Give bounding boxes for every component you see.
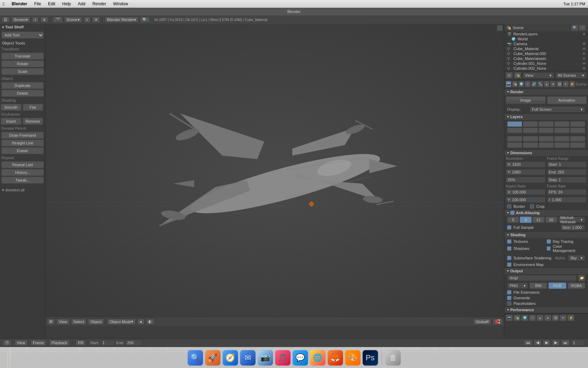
mode-selector[interactable]: Object Mode ▾: [107, 319, 136, 325]
render-section-header[interactable]: Render: [504, 89, 588, 95]
prev-frame-btn[interactable]: ◀: [534, 340, 541, 346]
full-sample-check[interactable]: [507, 225, 511, 230]
flat-btn[interactable]: Flat: [23, 104, 43, 111]
duplicate-btn[interactable]: Duplicate: [1, 82, 44, 89]
start-frame-field[interactable]: 1: [101, 340, 115, 346]
rotate-btn[interactable]: Rotate: [1, 60, 44, 67]
search-btn[interactable]: 🔍: [140, 16, 150, 23]
res-y-field[interactable]: Y: 1080: [506, 169, 546, 175]
next-frame-btn[interactable]: ▶: [552, 340, 560, 346]
del-scene-btn[interactable]: ✕: [92, 16, 100, 23]
prop-icon-1[interactable]: 📷: [506, 315, 513, 321]
res-x-field[interactable]: X: 1920: [506, 161, 546, 168]
outliner-item-cyl001[interactable]: ▽ Cylinder.001_None 👁: [504, 61, 588, 66]
end-frame-field[interactable]: 250: [125, 340, 143, 346]
del-screen-btn[interactable]: ✕: [40, 16, 48, 23]
layer-13[interactable]: [539, 136, 554, 142]
data-props-btn[interactable]: ▲: [544, 81, 550, 87]
timeline-editor-btn[interactable]: ⏱: [3, 340, 12, 346]
layer-4[interactable]: [554, 121, 569, 127]
dock-finder[interactable]: 🔍: [188, 350, 203, 366]
border-check[interactable]: [507, 204, 511, 209]
layer-15[interactable]: [570, 136, 585, 142]
anti-aliasing-header[interactable]: Anti-Aliasing: [504, 210, 588, 216]
modifier-props-btn[interactable]: 🔧: [538, 81, 543, 87]
aa-size-field[interactable]: Size: 1.000: [561, 224, 585, 231]
layer-5[interactable]: [570, 121, 585, 127]
outliner-filter-btn[interactable]: 🔍: [571, 25, 578, 31]
shadows-check[interactable]: [507, 246, 511, 251]
layer-8[interactable]: [539, 128, 554, 133]
placeholders-check[interactable]: [507, 301, 511, 306]
outliner-item-cyl002[interactable]: ▽ Cylinder.002_None 👁: [504, 66, 588, 71]
straight-line-btn[interactable]: Straight Line: [1, 139, 44, 146]
viewport-shading-btn[interactable]: ●: [137, 319, 145, 325]
dock-chrome[interactable]: 🌐: [310, 350, 326, 366]
prop-icon-6[interactable]: ●: [544, 315, 551, 321]
timeline-frame-btn[interactable]: Frame: [30, 340, 47, 346]
insert-btn[interactable]: Insert: [1, 118, 21, 125]
dock-blender[interactable]: 🎨: [345, 350, 360, 366]
aa-filter-field[interactable]: Mitchell-Netravali ▾: [558, 217, 585, 223]
texture-props-btn[interactable]: 🖼: [556, 81, 562, 87]
rgb-btn[interactable]: RGB: [548, 282, 566, 289]
layer-6[interactable]: [507, 128, 522, 133]
jump-start-btn[interactable]: ⏮: [524, 340, 532, 346]
output-header[interactable]: Output: [504, 268, 588, 274]
dock-iphoto[interactable]: 📷: [258, 350, 273, 366]
dock-skype[interactable]: 💬: [293, 350, 308, 366]
overwrite-check[interactable]: [507, 296, 511, 300]
add-scene-btn[interactable]: +: [84, 16, 91, 23]
scene-icon-btn[interactable]: 🎬: [53, 16, 63, 23]
dock-mail[interactable]: ✉: [240, 350, 255, 366]
viewport-shading2-btn[interactable]: ◐: [146, 319, 154, 325]
cube-mat000-visibility[interactable]: 👁: [582, 52, 586, 56]
ar-y-field[interactable]: Y: 100.000: [506, 197, 546, 203]
layer-16[interactable]: [507, 142, 522, 148]
display-field[interactable]: Full Screen ▾: [530, 106, 585, 113]
cyl002-visibility[interactable]: 👁: [582, 67, 586, 70]
shading-header[interactable]: Shading: [504, 232, 588, 238]
output-path-field[interactable]: /tmp/: [507, 275, 577, 281]
cyl001-visibility[interactable]: 👁: [582, 62, 586, 66]
cube-mat-visibility[interactable]: 👁: [582, 47, 586, 51]
performance-header[interactable]: Performance: [504, 307, 588, 313]
add-menu[interactable]: Add: [77, 1, 87, 6]
ray-tracing-check[interactable]: [547, 239, 551, 244]
end-field[interactable]: End: 250: [547, 169, 587, 175]
dock-launchpad[interactable]: 🚀: [205, 350, 220, 366]
step-field[interactable]: Step: 1: [547, 177, 587, 183]
dock-photoshop[interactable]: Ps: [363, 350, 378, 366]
start-field[interactable]: Start: 1: [547, 161, 587, 168]
aa-11-btn[interactable]: 11: [532, 217, 544, 223]
dimensions-header[interactable]: Dimensions: [504, 150, 588, 156]
prop-icon-2[interactable]: 🎭: [513, 315, 520, 321]
eraser-btn[interactable]: Eraser: [1, 147, 44, 154]
pr-btn[interactable]: PR: [76, 340, 86, 346]
layer-9[interactable]: [554, 128, 569, 133]
layer-11[interactable]: [507, 136, 522, 142]
outliner-item-cube-mat[interactable]: ▽ Cube_Material 👁: [504, 46, 588, 51]
object-menu-btn[interactable]: Object: [88, 319, 104, 325]
add-screen-btn[interactable]: +: [32, 16, 39, 23]
draw-freehand-btn[interactable]: Draw Freehand: [1, 132, 44, 139]
world-props-btn[interactable]: 🌍: [518, 81, 524, 87]
remove-btn[interactable]: Remove: [23, 118, 43, 125]
aa-enabled-check[interactable]: [510, 211, 514, 215]
viewport-editor-btn[interactable]: ⊞: [47, 319, 55, 325]
cube-matxwin-visibility[interactable]: 👁: [582, 57, 586, 61]
dock-trash[interactable]: 🗑: [385, 350, 401, 366]
help-menu[interactable]: Help: [61, 1, 72, 6]
layer-19[interactable]: [554, 142, 569, 148]
ar-x-field[interactable]: X: 100.000: [506, 189, 546, 195]
outliner-item-cube-matxwin[interactable]: ▽ Cube_Materialxwin 👁: [504, 56, 588, 61]
timeline-playback-btn[interactable]: Playback: [49, 340, 70, 346]
layer-2[interactable]: [523, 121, 538, 127]
timeline-view-btn[interactable]: View: [14, 340, 28, 346]
layer-12[interactable]: [523, 136, 538, 142]
snap-btn[interactable]: 🧲: [493, 319, 503, 325]
render-props-btn[interactable]: 📷: [506, 81, 511, 87]
object-props-btn[interactable]: ▽: [525, 81, 530, 87]
rgba-btn[interactable]: RGBA: [568, 282, 585, 289]
current-frame-field[interactable]: 1: [571, 340, 585, 346]
